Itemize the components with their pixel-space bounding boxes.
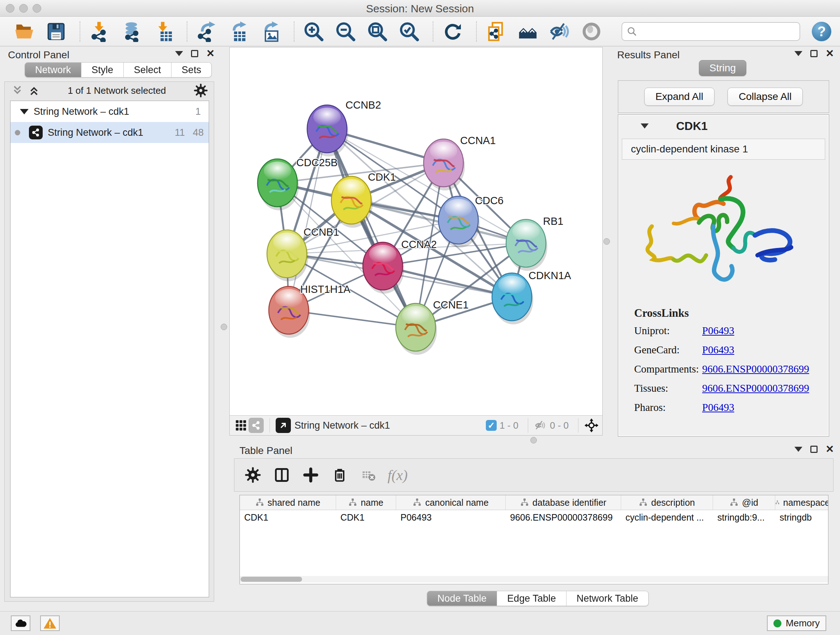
- crosslink-link[interactable]: 9606.ENSP00000378699: [702, 382, 809, 394]
- tab-node-table[interactable]: Node Table: [427, 591, 497, 606]
- table-cell[interactable]: cyclin-dependent ...: [621, 510, 713, 524]
- table-cell[interactable]: stringdb:9...: [713, 510, 775, 524]
- crosslink-link[interactable]: P06493: [702, 402, 734, 413]
- cloud-status-button[interactable]: [11, 616, 30, 631]
- column-header-3[interactable]: database identifier: [506, 495, 621, 510]
- table-options-gear-icon[interactable]: [242, 464, 264, 486]
- export-network-icon[interactable]: [195, 20, 218, 43]
- group-nodes-icon[interactable]: [516, 20, 539, 43]
- import-network-icon[interactable]: [88, 20, 111, 43]
- panel-close-icon[interactable]: ✕: [206, 50, 215, 57]
- network-node-CCNB2[interactable]: CCNB2: [307, 99, 381, 157]
- tab-network[interactable]: Network: [25, 62, 81, 78]
- crosslink-link[interactable]: P06493: [702, 325, 734, 337]
- export-image-icon[interactable]: [259, 20, 281, 43]
- presentation-eye-icon[interactable]: [580, 20, 603, 43]
- tab-edge-table[interactable]: Edge Table: [497, 591, 567, 606]
- right-splitter-handle[interactable]: [603, 238, 610, 245]
- function-builder-icon[interactable]: f(x): [387, 464, 408, 486]
- network-node-CDC25B[interactable]: CDC25B: [257, 157, 338, 211]
- tab-style[interactable]: Style: [81, 62, 124, 78]
- grid-view-icon[interactable]: [233, 418, 248, 433]
- delete-table-icon[interactable]: [358, 464, 379, 486]
- collapse-all-button[interactable]: Collapse All: [728, 88, 803, 106]
- tab-sets[interactable]: Sets: [172, 62, 212, 78]
- import-table-icon[interactable]: [152, 20, 174, 43]
- tab-network-table[interactable]: Network Table: [567, 591, 649, 606]
- panel-menu-icon[interactable]: [794, 447, 802, 452]
- protein-card-header[interactable]: CDK1: [618, 115, 829, 137]
- column-header-6[interactable]: namespace: [775, 495, 829, 510]
- help-button[interactable]: ?: [812, 22, 831, 41]
- results-tab-string[interactable]: String: [699, 60, 746, 76]
- horizontal-splitter-handle[interactable]: [531, 437, 537, 443]
- network-row-selected[interactable]: String Network – cdk1 11 48: [11, 122, 209, 143]
- open-session-icon[interactable]: [13, 20, 35, 43]
- collapse-section-icon[interactable]: [641, 124, 649, 128]
- table-cell[interactable]: CDK1: [336, 510, 396, 524]
- fit-content-crosshair-icon[interactable]: [584, 418, 599, 432]
- zoom-in-icon[interactable]: [302, 20, 325, 43]
- collapse-all-icon[interactable]: [11, 84, 24, 97]
- export-table-icon[interactable]: [227, 20, 249, 43]
- column-header-2[interactable]: canonical name: [396, 495, 506, 510]
- panel-float-icon[interactable]: [810, 446, 818, 453]
- column-header-0[interactable]: shared name: [240, 495, 336, 510]
- network-graph[interactable]: CCNB2CCNA1CDC25BCDK1CDC6RB1CCNB1CCNA2CDK…: [230, 48, 602, 415]
- crosslink-link[interactable]: 9606.ENSP00000378699: [702, 363, 809, 375]
- expand-all-icon[interactable]: [28, 84, 40, 97]
- table-cell[interactable]: P06493: [396, 510, 506, 524]
- delete-column-trash-icon[interactable]: [329, 464, 350, 486]
- zoom-fit-icon[interactable]: [366, 20, 388, 43]
- panel-menu-icon[interactable]: [794, 51, 802, 56]
- network-share-view-icon[interactable]: [248, 418, 264, 433]
- table-horizontal-scrollbar[interactable]: [240, 576, 828, 583]
- network-options-gear-icon[interactable]: [194, 83, 208, 98]
- refresh-icon[interactable]: [441, 20, 464, 43]
- panel-menu-icon[interactable]: [175, 51, 183, 56]
- table-cell[interactable]: 9606.ENSP00000378699: [506, 510, 621, 524]
- tab-select[interactable]: Select: [124, 62, 172, 78]
- warning-status-button[interactable]: [40, 616, 60, 631]
- left-splitter-handle[interactable]: [221, 324, 227, 330]
- save-session-icon[interactable]: [45, 20, 67, 43]
- crosslink-link[interactable]: P06493: [702, 344, 734, 356]
- scrollbar-thumb[interactable]: [240, 577, 302, 582]
- selected-checkbox-icon[interactable]: ✓: [486, 420, 497, 431]
- network-node-CCNB1[interactable]: CCNB1: [267, 226, 339, 281]
- network-node-CDKN1A[interactable]: CDKN1A: [492, 270, 571, 325]
- network-view-canvas[interactable]: CCNB2CCNA1CDC25BCDK1CDC6RB1CCNB1CCNA2CDK…: [229, 47, 603, 435]
- expand-all-button[interactable]: Expand All: [644, 88, 714, 106]
- network-collection-row[interactable]: String Network – cdk1 1: [11, 101, 209, 122]
- select-columns-icon[interactable]: [271, 464, 292, 486]
- network-node-CCNE1[interactable]: CCNE1: [396, 299, 469, 355]
- column-header-4[interactable]: description: [621, 495, 713, 510]
- add-column-icon[interactable]: [300, 464, 321, 486]
- panel-close-icon[interactable]: ✕: [826, 446, 834, 453]
- table-cell[interactable]: CDK1: [240, 510, 336, 524]
- zoom-selected-icon[interactable]: [398, 20, 420, 43]
- table-cell[interactable]: stringdb: [775, 510, 829, 524]
- panel-float-icon[interactable]: [191, 50, 198, 57]
- panel-close-icon[interactable]: ✕: [826, 50, 834, 57]
- network-edge[interactable]: [327, 129, 416, 327]
- zoom-out-icon[interactable]: [334, 20, 357, 43]
- network-node-HIST1H1A[interactable]: HIST1H1A: [269, 283, 351, 338]
- panel-float-icon[interactable]: [810, 50, 818, 57]
- memory-button[interactable]: Memory: [767, 616, 826, 631]
- search-input[interactable]: [638, 26, 789, 37]
- network-node-CCNA1[interactable]: CCNA1: [424, 135, 496, 190]
- tree-expander-icon[interactable]: [20, 109, 28, 114]
- network-node-CDC6[interactable]: CDC6: [439, 195, 504, 248]
- table-row[interactable]: CDK1CDK1P064939606.ENSP00000378699cyclin…: [240, 510, 828, 524]
- import-network-from-database-icon[interactable]: [120, 20, 142, 43]
- network-node-RB1[interactable]: RB1: [506, 215, 563, 271]
- birdseye-toggle-icon[interactable]: [276, 418, 291, 433]
- column-header-1[interactable]: name: [336, 495, 396, 510]
- hidden-eye-icon[interactable]: [534, 419, 547, 432]
- network-node-CDK1[interactable]: CDK1: [332, 171, 396, 228]
- duplicate-network-icon[interactable]: [485, 20, 507, 43]
- network-edge[interactable]: [289, 129, 327, 310]
- column-header-5[interactable]: @id: [713, 495, 775, 510]
- show-hide-icon[interactable]: [548, 20, 571, 43]
